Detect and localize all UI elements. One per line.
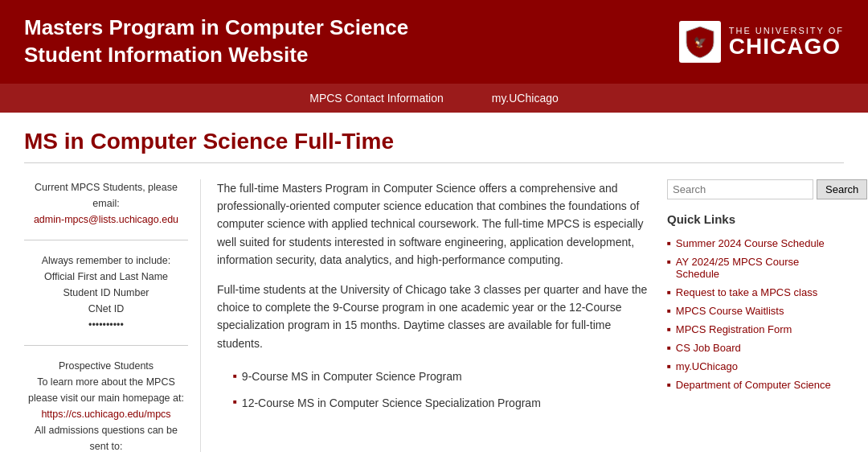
program-list: 9-Course MS in Computer Science Program … bbox=[233, 364, 651, 416]
quick-link-1: AY 2024/25 MPCS Course Schedule bbox=[667, 253, 844, 283]
sidebar-divider-2 bbox=[24, 345, 188, 346]
logo-text: THE UNIVERSITY OF CHICAGO bbox=[729, 26, 844, 58]
prospective-label: Prospective Students bbox=[24, 358, 188, 374]
quick-link-2: Request to take a MPCS class bbox=[667, 283, 844, 302]
main-paragraph-2: Full-time students at the University of … bbox=[217, 281, 651, 353]
quick-links-list: Summer 2024 Course Schedule AY 2024/25 M… bbox=[667, 234, 844, 394]
university-logo: 🦅 THE UNIVERSITY OF CHICAGO bbox=[679, 21, 844, 63]
quick-links: Quick Links Summer 2024 Course Schedule … bbox=[667, 212, 844, 394]
remember-item-2: Student ID Number bbox=[24, 285, 188, 301]
left-sidebar: Current MPCS Students, please email: adm… bbox=[24, 179, 201, 452]
homepage-link[interactable]: https://cs.uchicago.edu/mpcs bbox=[41, 409, 170, 420]
remember-label: Always remember to include: bbox=[24, 253, 188, 269]
quick-links-title: Quick Links bbox=[667, 212, 844, 226]
email-label: Current MPCS Students, please email: bbox=[24, 179, 188, 212]
quick-link-4: MPCS Registration Form bbox=[667, 320, 844, 339]
center-content: The full-time Masters Program in Compute… bbox=[217, 179, 651, 452]
dots-separator: •••••••••• bbox=[24, 317, 188, 333]
remember-item-3: CNet ID bbox=[24, 301, 188, 317]
svg-text:🦅: 🦅 bbox=[694, 35, 707, 49]
quick-link-7: Department of Computer Science bbox=[667, 376, 844, 394]
nav-myuchicago[interactable]: my.UChicago bbox=[492, 92, 559, 105]
sidebar-divider-1 bbox=[24, 240, 188, 240]
quick-link-3: MPCS Course Waitlists bbox=[667, 302, 844, 320]
logo-shield-icon: 🦅 bbox=[679, 21, 721, 63]
site-title: Masters Program in Computer Science Stud… bbox=[24, 14, 408, 69]
quick-link-5: CS Job Board bbox=[667, 339, 844, 357]
main-paragraph-1: The full-time Masters Program in Compute… bbox=[217, 179, 651, 269]
quick-link-0: Summer 2024 Course Schedule bbox=[667, 234, 844, 253]
nav-mpcs-contact[interactable]: MPCS Contact Information bbox=[309, 92, 444, 105]
remember-item-1: Official First and Last Name bbox=[24, 269, 188, 285]
search-input[interactable] bbox=[667, 179, 813, 199]
page-title: MS in Computer Science Full-Time bbox=[24, 129, 844, 163]
main-nav: MPCS Contact Information my.UChicago bbox=[0, 84, 868, 113]
quick-link-6: my.UChicago bbox=[667, 357, 844, 376]
admissions-text: All admissions questions can be sent to: bbox=[24, 422, 188, 452]
search-area: Search bbox=[667, 179, 844, 199]
admin-email-link[interactable]: admin-mpcs@lists.uchicago.edu bbox=[34, 214, 178, 225]
right-sidebar: Search Quick Links Summer 2024 Course Sc… bbox=[667, 179, 844, 452]
main-area: MS in Computer Science Full-Time Current… bbox=[0, 113, 868, 452]
prospective-text: To learn more about the MPCS please visi… bbox=[24, 374, 188, 406]
list-item-2: 12-Course MS in Computer Science Special… bbox=[233, 390, 651, 416]
list-item-1: 9-Course MS in Computer Science Program bbox=[233, 364, 651, 389]
content-layout: Current MPCS Students, please email: adm… bbox=[24, 179, 844, 452]
search-button[interactable]: Search bbox=[817, 179, 867, 199]
site-header: Masters Program in Computer Science Stud… bbox=[0, 0, 868, 84]
